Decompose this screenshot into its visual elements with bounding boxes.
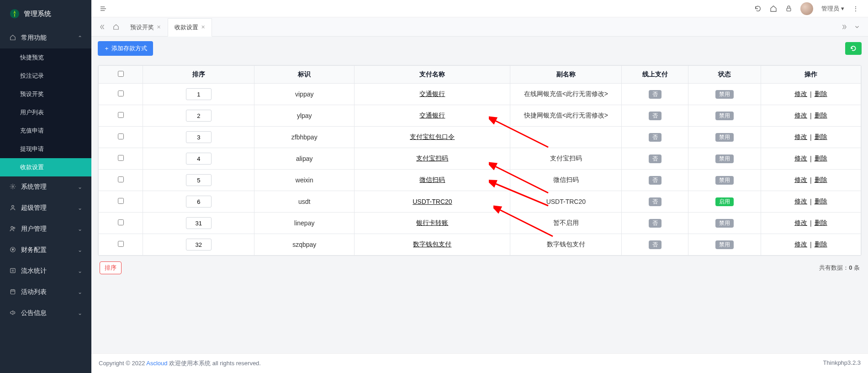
- payname-link[interactable]: 支付宝扫码: [416, 155, 448, 162]
- sidebar-group-announce[interactable]: 公告信息⌄: [0, 303, 91, 324]
- sidebar-group-system[interactable]: 系统管理⌄: [0, 176, 91, 197]
- col-online: 线上支付: [622, 66, 688, 84]
- delete-link[interactable]: 删除: [815, 240, 827, 249]
- payname-link[interactable]: USDT-TRC20: [413, 198, 452, 205]
- announce-icon: [9, 309, 16, 317]
- row-checkbox[interactable]: [118, 198, 124, 204]
- sort-button[interactable]: 排序: [100, 261, 122, 274]
- row-checkbox[interactable]: [118, 112, 124, 118]
- payname-link[interactable]: 银行卡转账: [416, 219, 448, 226]
- delete-link[interactable]: 删除: [815, 219, 827, 227]
- delete-link[interactable]: 删除: [815, 197, 827, 206]
- status-badge[interactable]: 禁用: [715, 133, 734, 142]
- status-badge[interactable]: 启用: [715, 197, 734, 206]
- menu-toggle-icon[interactable]: [100, 5, 107, 12]
- row-checkbox[interactable]: [118, 155, 124, 161]
- status-badge[interactable]: 禁用: [715, 155, 734, 163]
- payname-link[interactable]: 交通银行: [419, 90, 445, 97]
- tabs-prev-icon[interactable]: [96, 21, 109, 33]
- row-checkbox[interactable]: [118, 133, 124, 139]
- tabs-next-icon[interactable]: [838, 21, 851, 33]
- edit-link[interactable]: 修改: [794, 176, 807, 184]
- sort-input[interactable]: [186, 153, 212, 165]
- row-checkbox[interactable]: [118, 219, 124, 225]
- tab[interactable]: 预设开奖✕: [123, 18, 168, 37]
- edit-link[interactable]: 修改: [794, 90, 807, 98]
- online-badge[interactable]: 否: [649, 219, 662, 228]
- close-icon[interactable]: ✕: [201, 24, 205, 30]
- sidebar-item[interactable]: 收款设置: [0, 158, 91, 176]
- sidebar-item[interactable]: 快捷预览: [0, 48, 91, 67]
- sort-input[interactable]: [186, 110, 212, 122]
- sort-input[interactable]: [186, 88, 212, 100]
- online-badge[interactable]: 否: [649, 197, 662, 206]
- more-icon[interactable]: ⋮: [852, 5, 860, 12]
- footer-brand-link[interactable]: Ascloud: [146, 360, 167, 367]
- sort-input[interactable]: [186, 196, 212, 208]
- status-badge[interactable]: 禁用: [715, 112, 734, 120]
- sidebar-group-flow[interactable]: 流水统计⌄: [0, 261, 91, 282]
- online-badge[interactable]: 否: [649, 112, 662, 120]
- sidebar-item[interactable]: 提现申请: [0, 140, 91, 158]
- row-checkbox[interactable]: [118, 176, 124, 182]
- status-badge[interactable]: 禁用: [715, 90, 734, 99]
- row-checkbox[interactable]: [118, 241, 124, 247]
- sidebar-group-finance[interactable]: ¥财务配置⌄: [0, 240, 91, 261]
- sidebar-group-user[interactable]: 用户管理⌄: [0, 218, 91, 240]
- online-badge[interactable]: 否: [649, 240, 662, 249]
- sort-input[interactable]: [186, 217, 212, 229]
- sort-input[interactable]: [186, 239, 212, 250]
- sidebar-item[interactable]: 充值申请: [0, 122, 91, 140]
- avatar[interactable]: [800, 2, 813, 15]
- edit-link[interactable]: 修改: [794, 197, 807, 206]
- close-icon[interactable]: ✕: [157, 24, 161, 30]
- sidebar-group-label: 财务配置: [21, 246, 47, 254]
- sidebar-group-common[interactable]: 常用功能⌃: [0, 27, 91, 48]
- delete-link[interactable]: 删除: [815, 176, 827, 184]
- delete-link[interactable]: 删除: [815, 133, 827, 141]
- lock-icon[interactable]: [785, 5, 792, 12]
- refresh-icon[interactable]: [754, 5, 762, 12]
- online-badge[interactable]: 否: [649, 155, 662, 163]
- plus-icon: ＋: [104, 44, 110, 53]
- online-badge[interactable]: 否: [649, 176, 662, 185]
- status-badge[interactable]: 禁用: [715, 176, 734, 185]
- sidebar-group-super[interactable]: 超级管理⌄: [0, 197, 91, 218]
- online-badge[interactable]: 否: [649, 90, 662, 99]
- payname-link[interactable]: 微信扫码: [419, 176, 445, 183]
- status-badge[interactable]: 禁用: [715, 219, 734, 228]
- edit-link[interactable]: 修改: [794, 112, 807, 120]
- subname-cell: 快捷网银充值<此行无需修改>: [510, 105, 622, 127]
- edit-link[interactable]: 修改: [794, 240, 807, 249]
- status-badge[interactable]: 禁用: [715, 240, 734, 249]
- delete-link[interactable]: 删除: [815, 112, 827, 120]
- sidebar-item[interactable]: 用户列表: [0, 103, 91, 122]
- user-menu[interactable]: 管理员 ▾: [821, 5, 844, 13]
- tabs-menu-icon[interactable]: [851, 21, 863, 33]
- payname-link[interactable]: 交通银行: [419, 112, 445, 119]
- add-deposit-method-button[interactable]: ＋ 添加存款方式: [98, 41, 153, 56]
- sort-input[interactable]: [186, 174, 212, 186]
- payname-link[interactable]: 支付宝红包口令: [410, 133, 455, 140]
- subname-cell: 支付宝扫码: [510, 148, 622, 170]
- delete-link[interactable]: 删除: [815, 90, 827, 98]
- tab-home-icon[interactable]: [110, 21, 122, 33]
- edit-link[interactable]: 修改: [794, 155, 807, 163]
- edit-link[interactable]: 修改: [794, 219, 807, 227]
- row-checkbox[interactable]: [118, 91, 124, 96]
- sidebar-group-activity[interactable]: 活动列表⌄: [0, 282, 91, 303]
- payname-link[interactable]: 数字钱包支付: [413, 240, 451, 248]
- tab-label: 收款设置: [175, 23, 198, 32]
- home-icon[interactable]: [770, 5, 777, 12]
- sidebar-group-label: 流水统计: [21, 267, 47, 275]
- delete-link[interactable]: 删除: [815, 155, 827, 163]
- select-all-checkbox[interactable]: [118, 71, 124, 77]
- tab[interactable]: 收款设置✕: [168, 18, 212, 37]
- sidebar-item[interactable]: 预设开奖: [0, 85, 91, 103]
- sort-input[interactable]: [186, 131, 212, 143]
- online-badge[interactable]: 否: [649, 133, 662, 142]
- edit-link[interactable]: 修改: [794, 133, 807, 141]
- sidebar-item[interactable]: 投注记录: [0, 67, 91, 85]
- activity-icon: [9, 288, 16, 296]
- reload-button[interactable]: [845, 42, 862, 55]
